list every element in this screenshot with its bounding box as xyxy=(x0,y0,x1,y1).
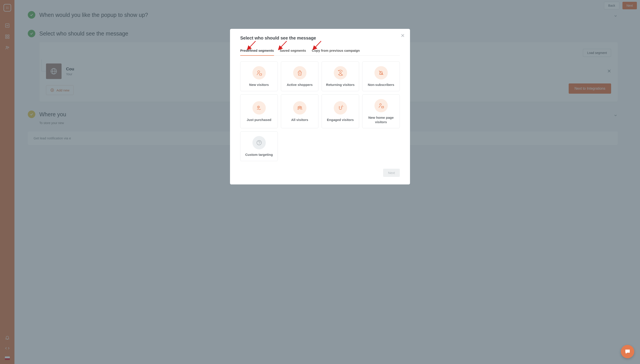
segment-modal: ✕ Select who should see the message Pred… xyxy=(230,29,410,184)
segment-label: Engaged visitors xyxy=(327,118,354,122)
svg-point-39 xyxy=(259,144,259,144)
segment-grid: New visitors$Active shoppersReturning vi… xyxy=(240,62,400,161)
segment-new-home-page[interactable]: New home page visitors xyxy=(362,94,400,128)
svg-text:$: $ xyxy=(299,72,300,75)
shopping-bag-icon: $ xyxy=(293,66,306,80)
modal-next-button[interactable]: Next xyxy=(383,169,400,177)
svg-point-37 xyxy=(382,107,383,108)
segment-engaged-visitors[interactable]: Engaged visitors xyxy=(322,94,359,128)
svg-point-24 xyxy=(340,72,341,74)
tab-predefined[interactable]: Predefined segments xyxy=(240,48,274,56)
chat-launcher[interactable] xyxy=(621,345,634,358)
user-new-icon xyxy=(253,66,266,80)
svg-point-35 xyxy=(379,104,381,106)
segment-active-shoppers[interactable]: $Active shoppers xyxy=(281,62,318,91)
modal-close-button[interactable]: ✕ xyxy=(401,33,405,38)
purchase-icon: $ xyxy=(253,101,266,114)
modal-tabs: Predefined segmentsSaved segmentsCopy fr… xyxy=(240,48,400,56)
svg-line-34 xyxy=(342,106,343,106)
svg-point-21 xyxy=(258,71,260,73)
chat-icon xyxy=(624,348,631,355)
modal-overlay: ✕ Select who should see the message Pred… xyxy=(0,0,640,364)
segment-label: Active shoppers xyxy=(287,82,313,87)
magnet-icon xyxy=(334,101,347,114)
segment-label: All visitors xyxy=(291,118,308,122)
segment-label: New visitors xyxy=(249,82,269,87)
segment-just-purchased[interactable]: $Just purchased xyxy=(240,94,278,128)
svg-line-19 xyxy=(279,41,287,49)
segment-label: Returning visitors xyxy=(326,82,354,87)
svg-line-18 xyxy=(248,41,256,49)
segment-label: Just purchased xyxy=(247,118,271,122)
returning-icon xyxy=(334,66,347,80)
svg-line-33 xyxy=(342,105,342,106)
modal-title: Select who should see the message xyxy=(240,36,400,40)
svg-point-30 xyxy=(299,106,300,108)
segment-returning-visitors[interactable]: Returning visitors xyxy=(322,62,359,91)
user-home-icon xyxy=(374,99,388,112)
segment-all-visitors[interactable]: All visitors xyxy=(281,94,318,128)
bell-off-icon xyxy=(374,66,388,80)
segment-label: Custom targeting xyxy=(245,152,273,157)
svg-line-20 xyxy=(313,41,321,49)
segment-label: New home page visitors xyxy=(365,116,397,124)
svg-rect-22 xyxy=(259,74,261,76)
question-icon xyxy=(253,136,266,149)
tab-saved[interactable]: Saved segments xyxy=(280,48,306,56)
segment-new-visitors[interactable]: New visitors xyxy=(240,62,278,91)
segment-label: Non-subscribers xyxy=(368,82,394,87)
group-icon xyxy=(293,101,306,114)
segment-non-subscribers[interactable]: Non-subscribers xyxy=(362,62,400,91)
segment-custom[interactable]: Custom targeting xyxy=(240,132,278,161)
tab-previous[interactable]: Copy from previous campaign xyxy=(312,48,360,56)
